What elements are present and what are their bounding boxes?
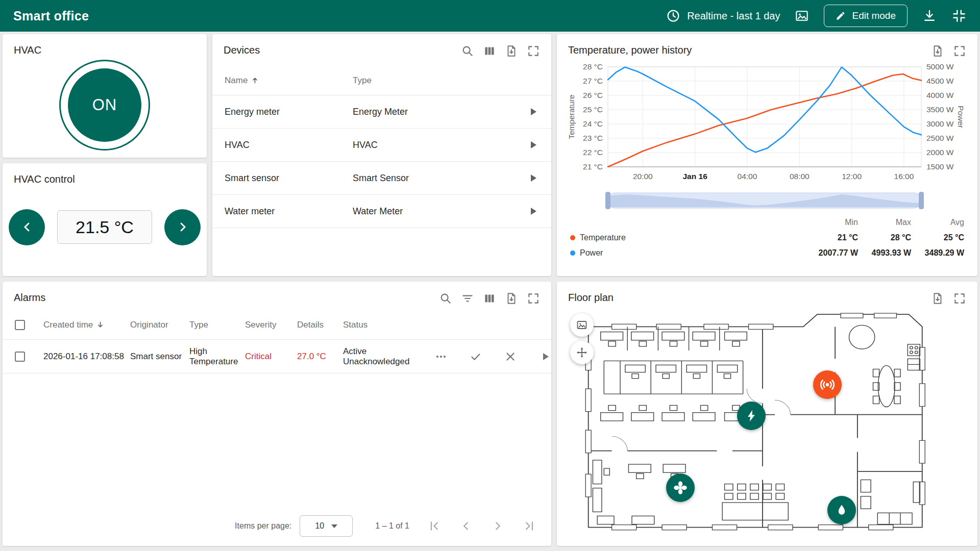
temperature-max: 28 °C bbox=[858, 233, 911, 242]
row-details-icon[interactable] bbox=[527, 139, 539, 151]
edit-mode-button[interactable]: Edit mode bbox=[824, 5, 908, 27]
svg-text:26 °C: 26 °C bbox=[583, 91, 603, 99]
sort-asc-icon bbox=[251, 76, 259, 85]
hvac-marker[interactable] bbox=[666, 473, 695, 502]
columns-icon[interactable] bbox=[483, 44, 496, 58]
devices-card-title: Devices bbox=[224, 44, 260, 56]
dashboard-title: Smart office bbox=[13, 9, 89, 23]
type-header[interactable]: Type bbox=[189, 320, 245, 330]
svg-text:22 °C: 22 °C bbox=[583, 148, 603, 157]
search-icon[interactable] bbox=[439, 292, 452, 305]
map-image-toggle-button[interactable] bbox=[570, 313, 594, 337]
hvac-power-button[interactable]: ON bbox=[59, 60, 150, 151]
dashboard-grid: HVAC ON HVAC control 21.5 °C bbox=[0, 32, 980, 548]
devices-name-header[interactable]: Name bbox=[225, 76, 353, 86]
alarm-row[interactable]: 2026-01-16 17:08:58 Smart sensor High Te… bbox=[3, 340, 551, 373]
temperature-decrease-button[interactable] bbox=[9, 209, 45, 245]
time-range-slider[interactable] bbox=[567, 191, 964, 211]
alarm-originator: Smart sensor bbox=[130, 352, 189, 362]
temperature-increase-button[interactable] bbox=[164, 209, 201, 245]
acknowledge-check-icon[interactable] bbox=[470, 350, 482, 363]
fullscreen-icon[interactable] bbox=[953, 292, 966, 305]
device-name: HVAC bbox=[225, 140, 353, 151]
history-chart-title: Temperature, power history bbox=[568, 44, 692, 56]
pan-mode-button[interactable] bbox=[570, 341, 594, 364]
device-row[interactable]: HVAC HVAC bbox=[212, 129, 551, 162]
status-header[interactable]: Status bbox=[343, 320, 435, 330]
fullscreen-icon[interactable] bbox=[527, 292, 540, 305]
power-min: 2007.77 W bbox=[805, 248, 858, 258]
export-data-icon[interactable] bbox=[931, 292, 944, 305]
legend-item-power[interactable]: Power bbox=[570, 248, 805, 258]
items-per-page-label: Items per page: bbox=[235, 521, 291, 531]
originator-header[interactable]: Originator bbox=[130, 320, 189, 330]
filter-icon[interactable] bbox=[461, 292, 474, 305]
export-data-icon[interactable] bbox=[505, 44, 518, 58]
fullscreen-icon[interactable] bbox=[527, 44, 540, 58]
first-page-icon[interactable] bbox=[428, 519, 441, 533]
alarm-status: Active Unacknowledged bbox=[343, 346, 435, 367]
select-all-checkbox[interactable] bbox=[15, 320, 25, 330]
svg-text:27 °C: 27 °C bbox=[583, 77, 603, 85]
fullscreen-icon[interactable] bbox=[953, 44, 966, 58]
header-toolbar: Realtime - last 1 day Edit mode bbox=[666, 5, 967, 27]
alarm-type: High Temperature bbox=[189, 346, 245, 367]
app-header: Smart office Realtime - last 1 day Edit … bbox=[0, 0, 980, 32]
details-header[interactable]: Details bbox=[297, 320, 343, 330]
created-time-header[interactable]: Created time bbox=[43, 320, 130, 330]
screenshot-image-icon[interactable] bbox=[794, 8, 810, 23]
fullscreen-exit-icon[interactable] bbox=[951, 8, 967, 23]
search-icon[interactable] bbox=[461, 44, 474, 58]
timewindow-button[interactable]: Realtime - last 1 day bbox=[666, 8, 780, 23]
chevron-right-icon bbox=[176, 220, 189, 234]
svg-text:12:00: 12:00 bbox=[842, 172, 862, 181]
row-details-icon[interactable] bbox=[527, 106, 539, 118]
hvac-card: HVAC ON bbox=[3, 34, 207, 158]
alarms-card-title: Alarms bbox=[14, 292, 45, 304]
power-legend-dot bbox=[570, 251, 575, 256]
svg-text:21 °C: 21 °C bbox=[583, 162, 603, 171]
severity-header[interactable]: Severity bbox=[245, 320, 297, 330]
next-page-icon[interactable] bbox=[491, 519, 504, 533]
device-type: Smart Sensor bbox=[353, 173, 516, 184]
row-checkbox[interactable] bbox=[15, 352, 25, 362]
device-name: Energy meter bbox=[225, 107, 353, 117]
energy-meter-marker[interactable] bbox=[737, 402, 766, 430]
columns-icon[interactable] bbox=[483, 292, 496, 305]
floor-plan-title: Floor plan bbox=[568, 292, 614, 304]
device-row[interactable]: Energy meter Energy Meter bbox=[212, 95, 551, 129]
smart-sensor-marker[interactable] bbox=[813, 370, 842, 399]
legend-item-temperature[interactable]: Temperature bbox=[570, 233, 805, 242]
radar-icon bbox=[819, 377, 836, 393]
clear-close-icon[interactable] bbox=[504, 350, 517, 363]
temperature-avg: 25 °C bbox=[911, 233, 964, 242]
fan-icon bbox=[672, 480, 689, 496]
device-type: Energy Meter bbox=[353, 107, 516, 117]
device-row[interactable]: Smart sensor Smart Sensor bbox=[212, 162, 551, 195]
devices-card: Devices bbox=[212, 34, 551, 276]
download-icon[interactable] bbox=[922, 8, 937, 23]
stat-max-header: Max bbox=[858, 218, 911, 227]
caret-down-icon bbox=[331, 524, 337, 528]
devices-type-header[interactable]: Type bbox=[353, 76, 516, 86]
row-details-icon[interactable] bbox=[527, 172, 539, 184]
prev-page-icon[interactable] bbox=[459, 519, 473, 533]
alarm-details-play-icon[interactable] bbox=[539, 350, 551, 363]
chart-legend-stats: Min Max Avg Temperature 21 °C 28 °C 25 °… bbox=[567, 211, 967, 258]
device-row[interactable]: Water meter Water Meter bbox=[212, 195, 551, 228]
last-page-icon[interactable] bbox=[523, 519, 536, 533]
power-avg: 3489.29 W bbox=[911, 248, 964, 258]
sort-desc-icon bbox=[96, 320, 105, 329]
svg-text:1500 W: 1500 W bbox=[926, 162, 954, 171]
svg-text:24 °C: 24 °C bbox=[583, 119, 603, 128]
row-details-icon[interactable] bbox=[527, 205, 539, 217]
export-data-icon[interactable] bbox=[505, 292, 518, 305]
hvac-control-title: HVAC control bbox=[14, 173, 75, 185]
water-meter-marker[interactable] bbox=[827, 496, 856, 524]
svg-text:Jan 16: Jan 16 bbox=[683, 172, 708, 181]
export-data-icon[interactable] bbox=[931, 44, 944, 58]
temperature-min: 21 °C bbox=[805, 233, 858, 242]
items-per-page-select[interactable]: 10 bbox=[300, 515, 353, 537]
more-actions-icon[interactable] bbox=[435, 350, 447, 363]
stat-min-header: Min bbox=[805, 218, 858, 227]
